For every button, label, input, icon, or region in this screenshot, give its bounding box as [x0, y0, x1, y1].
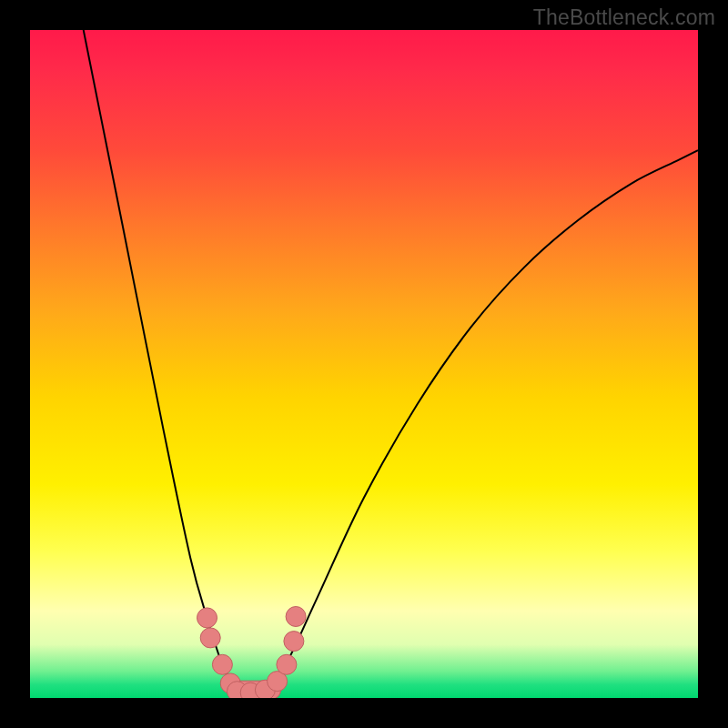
markers-group — [197, 607, 307, 699]
watermark-text: TheBottleneck.com — [533, 5, 715, 30]
curve-svg — [30, 30, 698, 698]
plot-area — [30, 30, 698, 698]
bottleneck-curve — [84, 30, 698, 694]
data-marker — [286, 607, 306, 627]
data-marker — [277, 654, 297, 674]
chart-frame: TheBottleneck.com — [0, 0, 728, 728]
data-marker — [212, 654, 232, 674]
data-marker — [200, 628, 220, 648]
data-marker — [197, 608, 217, 628]
data-marker — [284, 632, 304, 652]
